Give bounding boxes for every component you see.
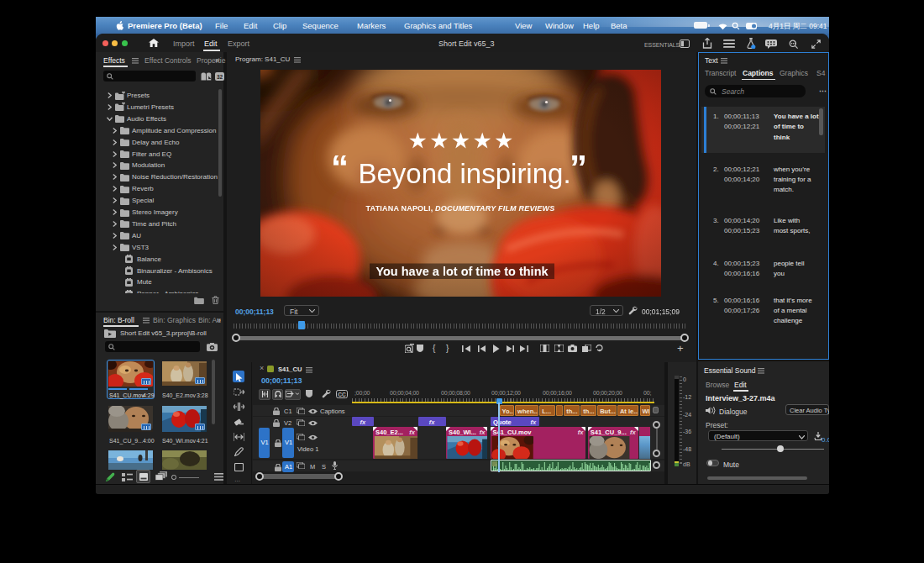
- svg-text:“: “: [331, 148, 349, 187]
- svg-text:You have a lot of time to thin: You have a lot of time to think: [375, 265, 549, 278]
- svg-text:Beyond inspiring.: Beyond inspiring.: [358, 158, 570, 189]
- svg-text:”: ”: [570, 148, 587, 187]
- svg-text:CC: CC: [338, 392, 346, 397]
- svg-text:TATIANA NAPOLI, DOCUMENTARY FI: TATIANA NAPOLI, DOCUMENTARY FILM REVIEWS: [366, 204, 555, 213]
- svg-text:32: 32: [217, 73, 223, 79]
